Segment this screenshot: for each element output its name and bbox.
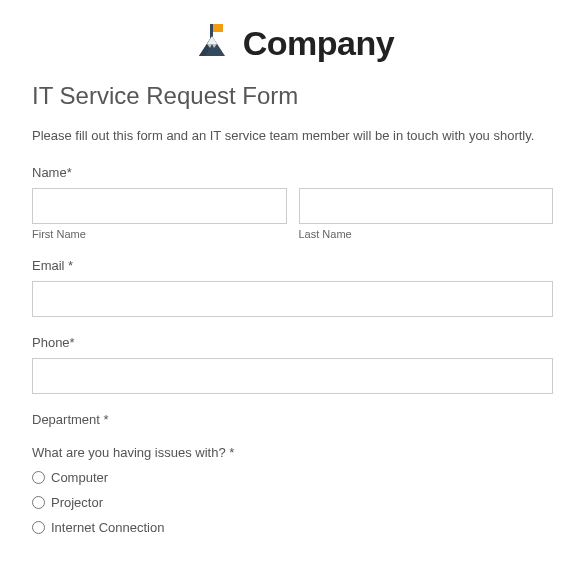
svg-marker-4 (207, 36, 217, 44)
radio-label: Computer (51, 470, 108, 485)
radio-internet[interactable] (32, 521, 45, 534)
name-label: Name* (32, 165, 553, 180)
email-field-group: Email * (32, 258, 553, 317)
radio-option: Computer (32, 470, 553, 485)
email-label: Email * (32, 258, 553, 273)
radio-option: Internet Connection (32, 520, 553, 535)
department-field-group: Department * (32, 412, 553, 427)
first-name-sublabel: First Name (32, 228, 287, 240)
last-name-sublabel: Last Name (299, 228, 554, 240)
phone-label: Phone* (32, 335, 553, 350)
radio-label: Internet Connection (51, 520, 164, 535)
company-name: Company (243, 24, 394, 63)
radio-computer[interactable] (32, 471, 45, 484)
last-name-input[interactable] (299, 188, 554, 224)
department-label: Department * (32, 412, 553, 427)
svg-rect-0 (210, 24, 213, 38)
radio-projector[interactable] (32, 496, 45, 509)
form-description: Please fill out this form and an IT serv… (32, 128, 553, 143)
name-field-group: Name* First Name Last Name (32, 165, 553, 240)
svg-rect-1 (213, 24, 223, 32)
issues-label: What are you having issues with? * (32, 445, 553, 460)
company-header: Company (32, 22, 553, 64)
radio-option: Projector (32, 495, 553, 510)
phone-field-group: Phone* (32, 335, 553, 394)
mountain-flag-icon (191, 22, 233, 64)
first-name-input[interactable] (32, 188, 287, 224)
form-title: IT Service Request Form (32, 82, 553, 110)
issues-field-group: What are you having issues with? * Compu… (32, 445, 553, 535)
phone-input[interactable] (32, 358, 553, 394)
email-input[interactable] (32, 281, 553, 317)
radio-label: Projector (51, 495, 103, 510)
